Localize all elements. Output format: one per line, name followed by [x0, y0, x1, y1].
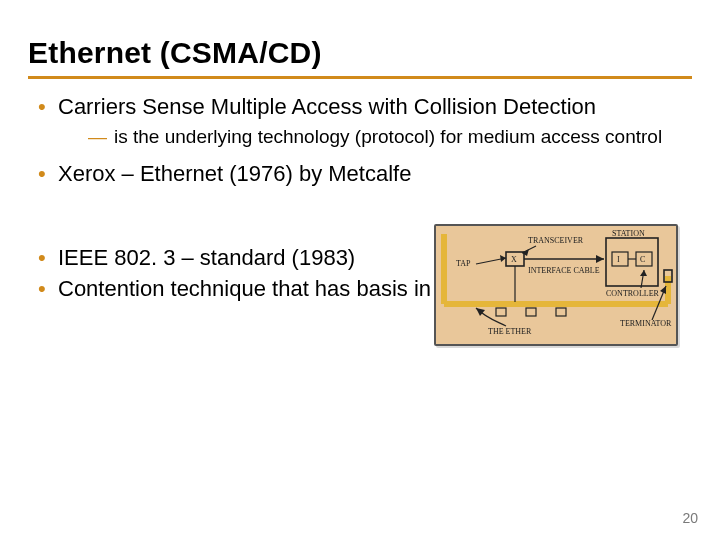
- diagram-label: THE ETHER: [488, 327, 532, 336]
- diagram-label: TERMINATOR: [620, 319, 672, 328]
- slide: Ethernet (CSMA/CD) Carriers Sense Multip…: [0, 0, 720, 540]
- svg-rect-7: [606, 238, 658, 286]
- diagram-label: INTERFACE CABLE: [528, 266, 600, 275]
- bullet-list: Carriers Sense Multiple Access with Coll…: [28, 93, 692, 188]
- bullet-text: Xerox – Ethernet (1976) by Metcalfe: [58, 161, 411, 186]
- diagram-label: STATION: [612, 229, 645, 238]
- diagram-label: TAP: [456, 259, 471, 268]
- sub-bullet-text: is the underlying technology (protocol) …: [114, 126, 662, 147]
- svg-rect-2: [556, 308, 566, 316]
- page-number: 20: [682, 510, 698, 526]
- ethernet-diagram-icon: TAP X TRANSCEIVER INTERFACE CABLE STATIO…: [434, 224, 678, 346]
- diagram-label: CONTROLLER: [606, 289, 660, 298]
- bullet-item: Xerox – Ethernet (1976) by Metcalfe: [28, 160, 692, 188]
- title-underline: [28, 76, 692, 79]
- bullet-text: IEEE 802. 3 – standard (1983): [58, 245, 355, 270]
- diagram-label: X: [511, 255, 517, 264]
- ethernet-diagram-svg: TAP X TRANSCEIVER INTERFACE CABLE STATIO…: [436, 226, 676, 344]
- svg-rect-8: [612, 252, 628, 266]
- diagram-label: I: [617, 255, 620, 264]
- svg-marker-10: [640, 270, 647, 276]
- svg-rect-0: [496, 308, 506, 316]
- svg-marker-3: [500, 255, 506, 262]
- spacer: [28, 192, 692, 218]
- slide-title: Ethernet (CSMA/CD): [28, 36, 692, 70]
- bullet-text: Carriers Sense Multiple Access with Coll…: [58, 94, 596, 119]
- svg-rect-1: [526, 308, 536, 316]
- sub-bullet: is the underlying technology (protocol) …: [58, 125, 692, 149]
- svg-marker-6: [596, 255, 604, 263]
- diagram-label: C: [640, 255, 645, 264]
- bullet-item: Carriers Sense Multiple Access with Coll…: [28, 93, 692, 148]
- diagram-label: TRANSCEIVER: [528, 236, 584, 245]
- svg-marker-5: [522, 249, 529, 256]
